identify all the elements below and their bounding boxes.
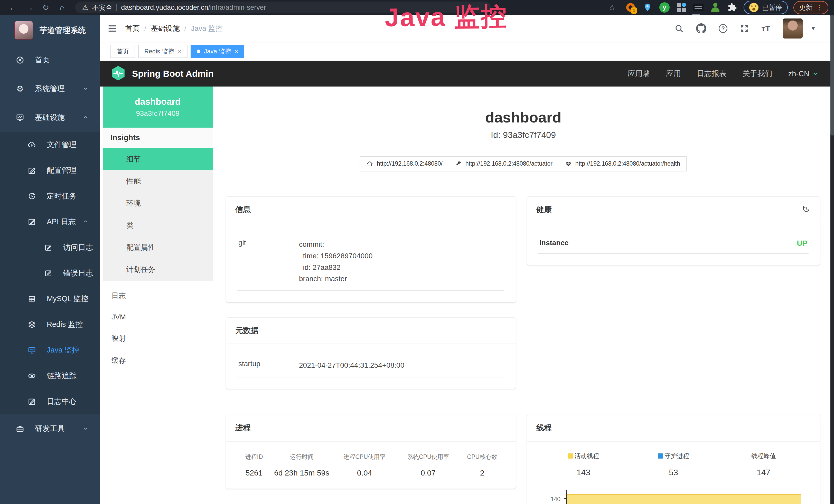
sba-item-logs[interactable]: 日志 <box>103 285 213 307</box>
sidebar-item-devtools[interactable]: 研发工具 <box>0 414 100 443</box>
extension-switch-on-icon[interactable]: on <box>693 2 704 13</box>
tab-label: 首页 <box>117 47 129 55</box>
tab-java-monitor[interactable]: Java 监控× <box>191 45 244 58</box>
sidebar-item-system[interactable]: ⚙ 系统管理 <box>0 74 100 103</box>
health-history-icon[interactable] <box>802 204 811 215</box>
browser-scrollbar[interactable] <box>830 15 834 504</box>
page-title: dashboard <box>213 109 834 126</box>
browser-home-icon[interactable]: ⌂ <box>55 3 69 12</box>
sidebar-item-infrastructure[interactable]: 基础设施 <box>0 103 100 132</box>
info-value: commit: time: 1596289704000 id: 27aa832 … <box>299 239 372 285</box>
extension-green-y-icon[interactable]: y <box>659 2 670 13</box>
metadata-value: 2021-04-27T00:44:31.254+08:00 <box>299 360 404 371</box>
log-icon <box>43 244 53 252</box>
sidebar-item-label: 研发工具 <box>35 423 65 434</box>
avatar-caret-down-icon[interactable]: ▼ <box>810 25 816 32</box>
health-url-chip[interactable]: http://192.168.0.2:48080/actuator/health <box>559 156 686 171</box>
help-icon[interactable]: ? <box>719 24 727 33</box>
sba-item-caches[interactable]: 缓存 <box>103 349 213 371</box>
update-button[interactable]: 更新 ⋮ <box>793 1 828 14</box>
font-size-icon[interactable]: тT <box>761 24 770 33</box>
sidebar-submenu-infrastructure: 文件管理 配置管理 定时任务 API 日志 访问日志 <box>0 132 100 414</box>
extensions-puzzle-icon[interactable] <box>727 2 738 13</box>
chevron-up-icon <box>83 113 88 122</box>
sba-item-details[interactable]: 细节 <box>103 148 213 170</box>
browser-reload-icon[interactable]: ↻ <box>39 3 53 12</box>
tab-label: Redis 监控 <box>144 47 174 55</box>
sba-item-metrics[interactable]: 性能 <box>103 170 213 192</box>
sidebar-item-label: API 日志 <box>47 217 76 227</box>
threads-card: 线程 活动线程 143 守护进程 53 <box>527 415 820 504</box>
card-title: 元数据 <box>226 318 516 344</box>
locale-label: zh-CN <box>788 70 809 78</box>
log-icon <box>43 269 53 277</box>
sidebar-item-home[interactable]: 首页 <box>0 46 100 74</box>
sidebar-item-file-manage[interactable]: 文件管理 <box>0 132 100 158</box>
sidebar-item-java-monitor[interactable]: Java 监控 <box>0 337 100 363</box>
app-logo-row[interactable]: 芋道管理系统 <box>0 15 100 46</box>
sidebar-item-redis-monitor[interactable]: Redis 监控 <box>0 312 100 337</box>
sidebar-item-log-center[interactable]: 日志中心 <box>0 389 100 414</box>
sba-item-environment[interactable]: 环境 <box>103 192 213 214</box>
github-icon[interactable] <box>696 23 706 33</box>
sidebar-item-mysql-monitor[interactable]: MySQL 监控 <box>0 286 100 312</box>
tab-home[interactable]: 首页 <box>110 45 135 58</box>
sba-item-mappings[interactable]: 映射 <box>103 327 213 349</box>
url-path: /infra/admin-server <box>208 4 266 11</box>
browser-back-icon[interactable]: ← <box>6 3 20 12</box>
sba-item-jvm[interactable]: JVM <box>103 307 213 327</box>
dashboard-icon <box>15 56 25 65</box>
sidebar-item-error-log[interactable]: 错误日志 <box>0 260 100 286</box>
extension-orange-icon[interactable]: 1 <box>625 2 636 13</box>
sidebar-item-api-log[interactable]: API 日志 <box>0 209 100 235</box>
breadcrumb-infrastructure[interactable]: 基础设施 <box>151 24 180 33</box>
app-logo <box>14 21 33 40</box>
extension-person-icon[interactable] <box>710 2 721 13</box>
sba-nav-wallboard[interactable]: 应用墙 <box>628 69 650 79</box>
actuator-url-chip[interactable]: http://192.168.0.2:48080/actuator <box>449 156 559 171</box>
health-url: http://192.168.0.2:48080/actuator/health <box>575 160 680 167</box>
bookmark-star-icon[interactable]: ☆ <box>605 3 619 12</box>
tab-redis-monitor[interactable]: Redis 监控× <box>138 45 188 58</box>
sidebar-item-label: Redis 监控 <box>47 319 83 330</box>
sba-item-classes[interactable]: 类 <box>103 214 213 236</box>
close-icon[interactable]: × <box>235 48 238 55</box>
extension-pin-icon[interactable] <box>642 2 653 13</box>
sidebar-item-tracing[interactable]: 链路追踪 <box>0 363 100 389</box>
admin-app: 芋道管理系统 首页 ⚙ 系统管理 基础设施 文件管理 <box>0 15 834 504</box>
chart-y-axis: 140 120 100 <box>539 489 566 504</box>
instance-header[interactable]: dashboard 93a3fc7f7409 <box>103 87 213 128</box>
sba-nav-applications[interactable]: 应用 <box>666 69 681 79</box>
chart-plot-area <box>566 489 802 504</box>
hamburger-icon[interactable] <box>107 24 117 33</box>
infrastructure-icon <box>15 113 25 122</box>
sidebar-item-access-log[interactable]: 访问日志 <box>0 235 100 260</box>
service-url-chip[interactable]: http://192.168.0.2:48080/ <box>360 156 449 171</box>
instance-id: 93a3fc7f7409 <box>136 109 179 118</box>
paused-badge[interactable]: 已暂停 <box>744 1 788 14</box>
sba-item-config-props[interactable]: 配置属性 <box>103 236 213 258</box>
search-icon[interactable] <box>675 24 684 33</box>
not-secure-warning-icon: ⚠ <box>82 4 88 12</box>
locale-selector[interactable]: zh-CN <box>788 70 818 78</box>
process-col-header: 进程ID <box>237 453 271 461</box>
sba-nav-journal[interactable]: 日志报表 <box>697 69 727 79</box>
cloud-upload-icon <box>27 140 37 149</box>
user-avatar[interactable] <box>783 19 803 39</box>
browser-forward-icon[interactable]: → <box>22 3 37 12</box>
info-key: git <box>238 239 299 285</box>
health-key: Instance <box>540 239 600 248</box>
scrollbar-thumb[interactable] <box>830 15 834 136</box>
sba-item-scheduled-tasks[interactable]: 计划任务 <box>103 258 213 281</box>
extension-grid-icon[interactable] <box>676 2 687 13</box>
sidebar-item-scheduled-jobs[interactable]: 定时任务 <box>0 183 100 209</box>
fullscreen-icon[interactable] <box>740 24 749 33</box>
sba-nav-about[interactable]: 关于我们 <box>743 69 772 79</box>
log-icon <box>27 397 37 406</box>
process-value: 5261 <box>237 468 271 477</box>
sidebar-item-config-manage[interactable]: 配置管理 <box>0 158 100 183</box>
browser-menu-icon[interactable]: ⋮ <box>816 4 823 12</box>
close-icon[interactable]: × <box>178 48 181 55</box>
home-icon <box>367 160 373 167</box>
breadcrumb-home[interactable]: 首页 <box>125 24 140 33</box>
